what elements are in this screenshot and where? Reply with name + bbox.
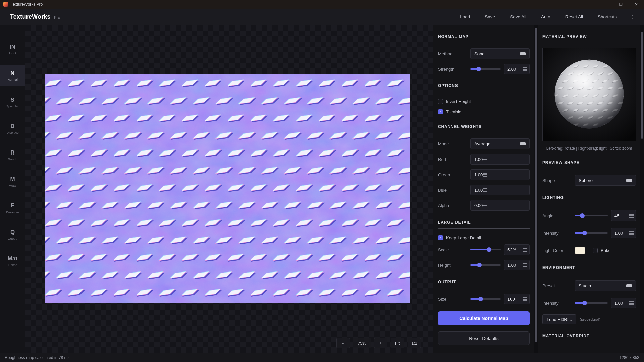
height-value-box[interactable]: 1.00 <box>504 260 530 270</box>
overflow-menu-icon[interactable]: ⋮ <box>630 14 635 20</box>
section-header-material-preview: MATERIAL PREVIEW <box>542 34 636 43</box>
method-dropdown[interactable]: Sobel <box>470 48 530 59</box>
strength-value-box[interactable]: 2.00 <box>504 64 530 74</box>
texture-viewport[interactable]: - 75% + Fit 1:1 <box>25 25 433 353</box>
dropdown-indicator-icon <box>520 142 526 145</box>
green-value-box[interactable]: 1.00 <box>470 169 530 180</box>
menu-auto[interactable]: Auto <box>541 14 550 19</box>
value-stepper-icon[interactable] <box>629 214 634 218</box>
slider-track[interactable] <box>575 232 608 234</box>
sidebar-item-rough[interactable]: R Rough <box>0 145 25 166</box>
value-stepper-icon[interactable] <box>523 67 527 71</box>
slider-fill <box>470 249 489 250</box>
menu-save[interactable]: Save <box>485 14 495 19</box>
calculate-normal-map-button[interactable]: Calculate Normal Map <box>438 311 530 325</box>
blue-value-box[interactable]: 1.00 <box>470 185 530 195</box>
bake-checkbox[interactable]: ✓ <box>593 248 598 253</box>
env-intensity-value-box[interactable]: 1.00 <box>611 298 636 308</box>
strength-slider[interactable] <box>470 67 501 71</box>
height-slider[interactable] <box>470 263 501 267</box>
sidebar-item-specular[interactable]: S Specular <box>0 92 25 113</box>
size-value-box[interactable]: 100 <box>504 294 530 304</box>
value-stepper-icon[interactable] <box>523 297 527 301</box>
dropdown-indicator-icon <box>520 52 526 55</box>
minimize-button[interactable]: — <box>598 0 613 9</box>
light-color-swatch[interactable] <box>575 247 585 254</box>
red-value-box[interactable]: 1.00 <box>470 154 530 165</box>
scale-value-box[interactable]: 52% <box>504 244 530 255</box>
zoom-actual-size-button[interactable]: 1:1 <box>408 338 421 348</box>
invert-height-checkbox[interactable]: ✓ <box>438 99 443 104</box>
value-stepper-icon[interactable] <box>629 301 634 305</box>
shape-dropdown[interactable]: Sphere <box>575 175 636 186</box>
preset-dropdown[interactable]: Studio <box>575 280 636 291</box>
slider-knob[interactable] <box>582 231 587 235</box>
reset-defaults-button[interactable]: Reset Defaults <box>438 331 530 345</box>
zoom-controls: - 75% + Fit 1:1 <box>336 338 421 348</box>
menu-save-all[interactable]: Save All <box>510 14 526 19</box>
value-stepper-icon[interactable] <box>483 188 487 192</box>
load-hdri-button[interactable]: Load HDRI... <box>542 314 576 324</box>
slider-track[interactable] <box>470 264 501 266</box>
slider-track[interactable] <box>470 249 501 250</box>
sidebar-item-displace[interactable]: D Displace <box>0 118 25 139</box>
sidebar-item-input[interactable]: IN Input <box>0 39 25 60</box>
sidebar-item-normal[interactable]: N Normal <box>0 65 25 86</box>
slider-track[interactable] <box>470 68 501 70</box>
light-intensity-value-box[interactable]: 1.00 <box>611 228 636 238</box>
value-stepper-icon[interactable] <box>483 158 487 161</box>
sidebar-label: Input <box>9 51 16 55</box>
slider-track[interactable] <box>470 298 501 300</box>
section-header-large-detail: LARGE DETAIL <box>438 220 530 229</box>
scale-slider[interactable] <box>470 247 501 252</box>
panel-scrollbar[interactable] <box>534 25 538 353</box>
value-stepper-icon[interactable] <box>523 263 527 267</box>
close-button[interactable]: ✕ <box>629 0 644 9</box>
slider-knob[interactable] <box>476 67 481 71</box>
blue-value: 1.00 <box>474 188 483 193</box>
red-value: 1.00 <box>474 157 483 162</box>
slider-knob[interactable] <box>478 297 483 301</box>
preview-panel-scrollbar[interactable] <box>640 25 644 353</box>
scrollbar-thumb[interactable] <box>535 28 537 342</box>
light-intensity-slider[interactable] <box>575 231 608 235</box>
slider-knob[interactable] <box>580 213 585 218</box>
slider-knob[interactable] <box>477 263 482 267</box>
zoom-in-button[interactable]: + <box>374 338 387 348</box>
slider-knob[interactable] <box>582 301 587 305</box>
value-stepper-icon[interactable] <box>483 173 487 177</box>
value-stepper-icon[interactable] <box>523 248 527 252</box>
tool-sidebar: IN Input N Normal S Specular D Displace … <box>0 25 25 353</box>
env-intensity-slider[interactable] <box>575 301 608 305</box>
angle-value-box[interactable]: 45 <box>611 210 636 221</box>
menu-reset-all[interactable]: Reset All <box>565 14 583 19</box>
alpha-value-box[interactable]: 0.00 <box>470 200 530 211</box>
sidebar-item-emissive[interactable]: E Emissive <box>0 198 25 219</box>
value-stepper-icon[interactable] <box>629 231 634 235</box>
menu-load[interactable]: Load <box>460 14 470 19</box>
strength-label: Strength <box>438 67 470 72</box>
menu-shortcuts[interactable]: Shortcuts <box>598 14 617 19</box>
sidebar-item-metal[interactable]: M Metal <box>0 171 25 192</box>
status-resolution: 1280 x 853 <box>620 355 639 360</box>
value-stepper-icon[interactable] <box>483 204 487 207</box>
size-slider[interactable] <box>470 297 501 301</box>
normal-map-canvas[interactable] <box>45 74 410 303</box>
zoom-out-button[interactable]: - <box>336 338 350 348</box>
material-preview-sphere[interactable] <box>542 48 636 141</box>
slider-knob[interactable] <box>487 247 491 252</box>
slider-track[interactable] <box>575 302 608 304</box>
maximize-button[interactable]: ❐ <box>613 0 629 9</box>
hdri-note: (procedural) <box>580 317 600 321</box>
angle-slider[interactable] <box>575 213 608 218</box>
light-intensity-value: 1.00 <box>614 231 629 236</box>
keep-large-detail-checkbox[interactable]: ✓ <box>438 235 443 240</box>
tileable-checkbox[interactable]: ✓ <box>438 109 443 114</box>
scrollbar-thumb[interactable] <box>641 32 643 139</box>
window-title: TextureWorks Pro <box>11 2 43 7</box>
slider-track[interactable] <box>575 215 608 216</box>
mode-dropdown[interactable]: Average <box>470 138 530 149</box>
zoom-fit-button[interactable]: Fit <box>391 338 404 348</box>
sidebar-item-queue[interactable]: Q Queue <box>0 224 25 245</box>
sidebar-item-material-editor[interactable]: Mat Editor <box>0 251 25 272</box>
